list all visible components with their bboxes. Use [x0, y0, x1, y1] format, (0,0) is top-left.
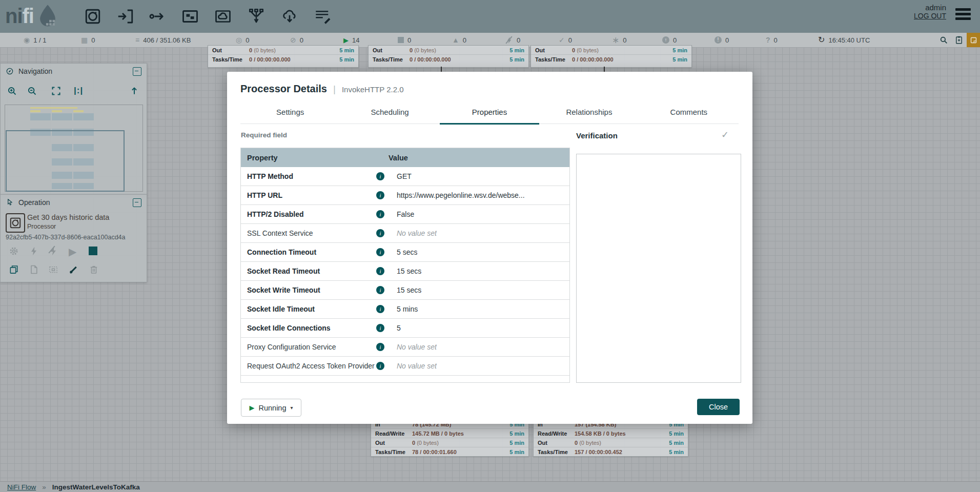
collapse-operation-icon[interactable]: [133, 198, 141, 207]
tab-settings[interactable]: Settings: [240, 104, 340, 124]
table-row: HTTP MethodiGET: [241, 167, 569, 186]
navigation-panel-title: Navigation: [18, 67, 128, 75]
verification-results-box: [576, 154, 741, 383]
start-icon[interactable]: ▶: [69, 245, 76, 258]
output-port-icon[interactable]: [148, 7, 166, 26]
template-icon[interactable]: [280, 7, 299, 26]
transmitting-icon: ◎: [236, 36, 242, 44]
current-user: admin: [914, 3, 946, 12]
disabled-icon: [505, 36, 513, 44]
operation-panel: Operation Get 30 days historic data Proc…: [0, 194, 147, 282]
panel-icon: [969, 36, 978, 45]
new-component-clipboard-icon[interactable]: [951, 33, 967, 47]
up-to-date-icon: ✓: [559, 36, 565, 44]
group-icon[interactable]: [48, 264, 58, 275]
processor-details-dialog: Processor Details | InvokeHTTP 2.2.0 Set…: [227, 72, 752, 424]
tab-relationships[interactable]: Relationships: [539, 104, 639, 124]
selected-component-id: 92a2cfb5-407b-337d-8606-eaca100acd4a: [6, 234, 126, 241]
info-icon[interactable]: i: [376, 248, 384, 256]
info-icon[interactable]: i: [376, 324, 384, 332]
paste-icon[interactable]: [29, 264, 39, 275]
delete-icon[interactable]: [89, 264, 99, 275]
refresh-icon[interactable]: ↻: [818, 36, 825, 44]
queued-icon: ≡: [135, 36, 139, 44]
global-menu-icon[interactable]: [955, 8, 971, 22]
dialog-title: Processor Details: [240, 83, 327, 95]
info-icon[interactable]: i: [376, 286, 384, 294]
info-icon[interactable]: i: [376, 172, 384, 180]
stopped-icon: [398, 37, 404, 43]
color-brush-icon[interactable]: [69, 264, 79, 275]
search-icon[interactable]: [936, 33, 951, 47]
label-icon[interactable]: [313, 7, 332, 26]
processor-icon[interactable]: [84, 7, 102, 26]
zoom-actual-size-icon[interactable]: |:|: [74, 86, 83, 96]
selected-component-name: Get 30 days historic data: [27, 213, 109, 221]
enable-icon[interactable]: [29, 246, 39, 256]
birdseye-minimap[interactable]: [5, 105, 143, 192]
processor-stats-top-3: Out0 (0 bytes)5 min Tasks/Time0 / 00:00:…: [530, 45, 692, 68]
running-count: 14: [352, 36, 359, 44]
remote-process-group-icon[interactable]: [214, 7, 232, 26]
stop-icon[interactable]: [89, 247, 97, 255]
selected-component-type: Processor: [27, 223, 56, 230]
breadcrumb-current-group: IngestWaterLevelsToKafka: [52, 483, 140, 491]
zoom-out-icon[interactable]: [27, 86, 37, 96]
dialog-subtitle: InvokeHTTP 2.2.0: [342, 85, 404, 94]
info-icon[interactable]: i: [376, 210, 384, 218]
table-row: HTTP/2 DisablediFalse: [241, 205, 569, 224]
nifi-app: nifi admin LOG OUT ◉1 / 1 ▦0 ≡406 / 351.…: [0, 0, 980, 492]
tab-scheduling[interactable]: Scheduling: [340, 104, 439, 124]
tab-properties[interactable]: Properties: [440, 104, 539, 125]
info-icon[interactable]: i: [376, 229, 384, 237]
queued-count: 406 / 351.06 KB: [143, 36, 191, 44]
compass-icon: [6, 67, 14, 75]
table-row: Request OAuth2 Access Token ProvideriNo …: [241, 357, 569, 376]
logout-link[interactable]: LOG OUT: [914, 12, 946, 20]
navigation-panel: Navigation |:|: [0, 63, 147, 195]
run-state-dropdown[interactable]: ▶ Running ▾: [241, 399, 301, 417]
collapse-navigation-icon[interactable]: [133, 67, 141, 76]
table-row-partial: [241, 376, 569, 381]
leave-group-icon[interactable]: [129, 86, 139, 96]
table-row: Socket Idle Connectionsi5: [241, 319, 569, 338]
copy-icon[interactable]: [9, 264, 19, 275]
funnel-icon[interactable]: [247, 7, 266, 26]
close-button[interactable]: Close: [697, 399, 740, 415]
info-icon[interactable]: i: [376, 305, 384, 313]
table-row: Connection Timeouti5 secs: [241, 243, 569, 262]
nifi-logo: nifi: [5, 2, 60, 30]
breadcrumb-root-link[interactable]: NiFi Flow: [7, 483, 36, 491]
info-icon[interactable]: i: [376, 343, 384, 351]
minimap-viewport[interactable]: [6, 130, 125, 192]
selected-processor-icon: [6, 213, 25, 233]
cluster-icon: ◉: [24, 36, 30, 44]
dialog-tabs: Settings Scheduling Properties Relations…: [240, 104, 739, 124]
table-row: Socket Read Timeouti15 secs: [241, 262, 569, 281]
tab-comments[interactable]: Comments: [639, 104, 739, 124]
info-icon[interactable]: i: [376, 267, 384, 275]
registry-grid-icon: ▦: [81, 36, 88, 44]
process-group-icon[interactable]: [181, 7, 199, 26]
breadcrumb: NiFi Flow » IngestWaterLevelsToKafka: [0, 481, 980, 492]
configure-icon[interactable]: [9, 246, 19, 256]
processor-stats-bottom-2: In157 (154.58 KB)5 min Read/Write154.58 …: [533, 419, 688, 457]
table-row: Proxy Configuration ServiceiNo value set: [241, 338, 569, 357]
table-row: Socket Write Timeouti15 secs: [241, 281, 569, 300]
last-refreshed-time: 16:45:40 UTC: [828, 36, 870, 44]
processor-stats-top-2: Out0 (0 bytes)5 min Tasks/Time0 / 00:00:…: [368, 45, 529, 68]
chevron-down-icon: ▾: [290, 405, 293, 411]
zoom-fit-icon[interactable]: [51, 86, 62, 96]
bulletin-panel-toggle[interactable]: [967, 33, 980, 47]
disable-icon[interactable]: [48, 246, 58, 256]
verification-title: Verification: [576, 131, 618, 140]
info-icon[interactable]: i: [376, 191, 384, 199]
zoom-in-icon[interactable]: [7, 86, 17, 96]
cluster-count: 1 / 1: [33, 36, 46, 44]
required-field-label: Required field: [241, 131, 287, 139]
breadcrumb-separator: »: [42, 483, 46, 491]
info-icon[interactable]: i: [376, 362, 384, 370]
verification-check-icon[interactable]: ✓: [721, 129, 729, 140]
input-port-icon[interactable]: [116, 7, 135, 26]
sync-failure-icon: ?: [766, 36, 770, 44]
